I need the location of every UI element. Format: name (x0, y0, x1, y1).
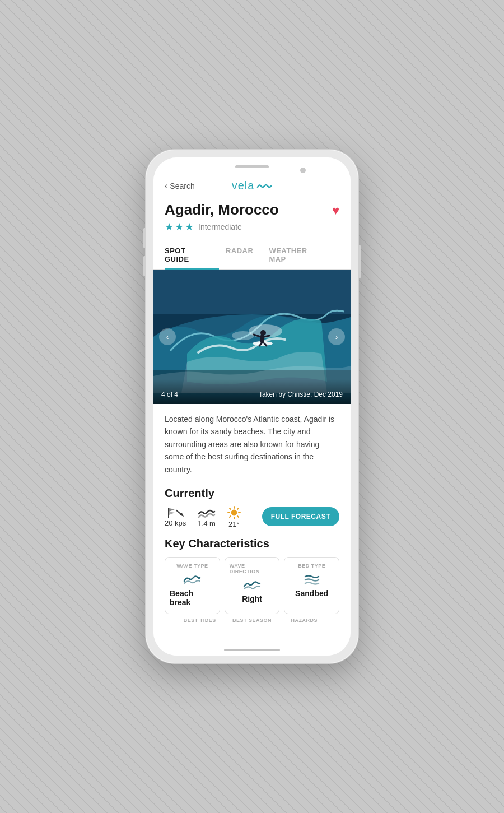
bed-type-card: BED TYPE Sandbed (284, 557, 339, 614)
back-label: Search (170, 182, 194, 191)
image-carousel: ‹ › 4 of 4 Taken by Christie, Dec 2019 (153, 270, 351, 404)
best-season-item[interactable]: BEST SEASON (228, 614, 276, 624)
home-indicator (224, 649, 280, 651)
temp-value: 21° (228, 520, 240, 528)
svg-rect-6 (260, 335, 264, 343)
currently-section: Currently 20 kps (153, 485, 351, 537)
svg-line-21 (237, 516, 239, 517)
rating-row: ★ ★ ★ Intermediate (165, 221, 339, 233)
bed-type-label: BED TYPE (298, 563, 325, 569)
wave-type-label: WAVE TYPE (176, 563, 208, 569)
skill-level: Intermediate (198, 222, 242, 231)
svg-rect-13 (168, 508, 169, 518)
currently-title: Currently (153, 485, 351, 505)
star-3: ★ (185, 221, 194, 233)
svg-point-4 (232, 331, 254, 340)
wind-icon (167, 507, 184, 519)
wave-direction-card: WAVE DIRECTION Right (225, 557, 280, 614)
carousel-caption: 4 of 4 Taken by Christie, Dec 2019 (153, 379, 351, 404)
bed-type-value: Sandbed (295, 589, 328, 598)
app-logo: vela (232, 179, 273, 192)
back-button[interactable]: ‹ Search (165, 181, 195, 191)
tab-radar[interactable]: RADAR (226, 241, 262, 269)
wind-value: 20 kps (165, 519, 186, 527)
wave-direction-label: WAVE DIRECTION (230, 563, 275, 574)
currently-row: 20 kps 1.4 m (153, 505, 351, 537)
wave-type-value: Beach break (170, 589, 215, 607)
svg-line-23 (230, 516, 231, 517)
wave-type-card: WAVE TYPE Beach break (165, 557, 220, 614)
wind-item: 20 kps (165, 507, 186, 527)
chevron-left-icon: ‹ (165, 181, 167, 191)
location-header: Agadir, Morocco ♥ ★ ★ ★ Intermediate (153, 197, 351, 233)
more-characteristics-row: BEST TIDES BEST SEASON HAZARDS (165, 614, 339, 635)
favorite-heart-icon[interactable]: ♥ (332, 203, 339, 218)
hazards-item[interactable]: HAZARDS (281, 614, 328, 624)
wave-type-icon (183, 572, 201, 586)
wave-height-item: 1.4 m (197, 506, 216, 528)
tab-weather-map[interactable]: WEATHER MAP (269, 241, 333, 269)
carousel-next-button[interactable]: › (328, 328, 345, 345)
location-description: Located along Morocco's Atlantic coast, … (153, 404, 351, 485)
wave-height-icon (198, 506, 216, 519)
star-2: ★ (175, 221, 184, 233)
temperature-sun-icon (227, 505, 241, 520)
carousel-credit: Taken by Christie, Dec 2019 (259, 391, 343, 398)
best-season-label: BEST SEASON (232, 617, 272, 623)
carousel-prev-button[interactable]: ‹ (159, 328, 176, 345)
wave-direction-icon (243, 578, 261, 591)
svg-line-22 (237, 508, 239, 509)
hazards-label: HAZARDS (291, 617, 318, 623)
key-characteristics-section: Key Characteristics WAVE TYPE Beach brea… (153, 537, 351, 644)
svg-line-20 (230, 508, 231, 509)
best-tides-label: BEST TIDES (184, 617, 216, 623)
wave-direction-value: Right (242, 594, 262, 603)
star-1: ★ (165, 221, 174, 233)
home-indicator-bar (153, 644, 351, 656)
full-forecast-button[interactable]: FULL FORECAST (262, 507, 339, 526)
wave-height-value: 1.4 m (197, 519, 216, 528)
location-title: Agadir, Morocco (165, 201, 279, 219)
star-rating: ★ ★ ★ (165, 221, 194, 233)
temp-item: 21° (227, 505, 241, 528)
svg-point-15 (231, 510, 237, 515)
tab-bar: SPOT GUIDE RADAR WEATHER MAP (153, 241, 351, 270)
nav-bar: ‹ Search vela (153, 173, 351, 197)
key-chars-title: Key Characteristics (165, 537, 339, 550)
carousel-counter: 4 of 4 (161, 391, 178, 398)
logo-wave-icon (256, 182, 272, 191)
svg-line-9 (264, 336, 269, 337)
best-tides-item[interactable]: BEST TIDES (176, 614, 223, 624)
logo-text: vela (232, 179, 255, 192)
tab-spot-guide[interactable]: SPOT GUIDE (165, 241, 219, 269)
bed-type-icon (303, 572, 321, 586)
svg-point-7 (260, 330, 266, 336)
characteristics-grid: WAVE TYPE Beach break WAVE DIRECTION (165, 557, 339, 614)
